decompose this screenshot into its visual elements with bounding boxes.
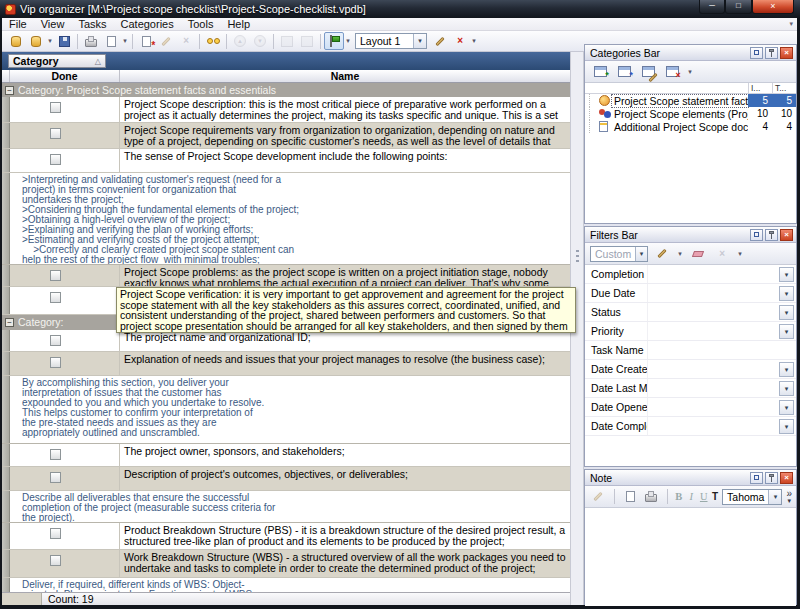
filter-value[interactable] xyxy=(647,284,779,302)
done-checkbox[interactable] xyxy=(50,472,61,483)
category-label[interactable]: Project Scope elements (Project Scope ba… xyxy=(612,108,748,120)
filter-value[interactable] xyxy=(647,322,779,340)
done-checkbox[interactable] xyxy=(50,335,61,346)
layouts-overflow-icon[interactable]: ▾ xyxy=(470,37,478,45)
filter-dropdown-icon[interactable]: ▾ xyxy=(779,400,794,415)
menu-categories[interactable]: Categories xyxy=(114,18,181,31)
task-row[interactable]: The project owner, sponsors, and stakeho… xyxy=(2,444,570,467)
task-row[interactable]: Project Scope problems: as the project s… xyxy=(2,265,570,287)
italic-button[interactable]: I xyxy=(687,491,695,502)
delete-task-button[interactable]: × xyxy=(176,32,196,50)
done-cell[interactable] xyxy=(10,523,120,549)
panel-maximize-button[interactable] xyxy=(750,229,763,241)
delete-layout-button[interactable]: × xyxy=(450,32,470,50)
minimize-button[interactable]: ─ xyxy=(699,0,725,14)
task-name-cell[interactable]: Product Breakdown Structure (PBS) - it i… xyxy=(120,523,570,549)
menu-tools[interactable]: Tools xyxy=(181,18,221,31)
done-cell[interactable] xyxy=(10,149,120,172)
filter-value[interactable] xyxy=(647,360,779,378)
complete-task-button[interactable] xyxy=(277,32,297,50)
category-label[interactable]: Additional Project Scope documentation (… xyxy=(612,121,748,133)
done-column-header[interactable]: Done xyxy=(10,70,120,82)
filter-row[interactable]: Date Created ▾ xyxy=(585,360,796,379)
filter-dropdown-icon[interactable]: ▾ xyxy=(779,324,794,339)
filter-value[interactable] xyxy=(647,341,796,359)
delete-category-button[interactable]: × xyxy=(662,63,682,81)
underline-button[interactable]: U xyxy=(699,491,707,502)
panel-pin-button[interactable] xyxy=(765,472,778,484)
task-note-row[interactable]: Describe all deliverables that ensure th… xyxy=(2,491,570,523)
task-row[interactable]: Explanation of needs and issues that you… xyxy=(2,352,570,376)
filter-value[interactable] xyxy=(647,379,779,397)
edit-category-button[interactable] xyxy=(638,63,658,81)
note-editor[interactable] xyxy=(585,508,796,606)
task-row[interactable]: The sense of Project Scope development i… xyxy=(2,149,570,173)
apply-filter-button[interactable] xyxy=(652,245,672,263)
categories-toolbar-overflow-icon[interactable]: ▾ xyxy=(686,68,694,76)
collapse-icon[interactable]: − xyxy=(5,86,14,95)
panel-maximize-button[interactable] xyxy=(750,47,763,59)
task-row[interactable]: Work Breakdown Structure (WBS) - a struc… xyxy=(2,550,570,578)
task-row[interactable]: Project Scope description: this is the m… xyxy=(2,97,570,123)
print-note-button[interactable] xyxy=(622,488,639,506)
add-category-button[interactable]: * xyxy=(590,63,610,81)
category-item[interactable]: Project Scope statement facts and essent… xyxy=(585,94,796,107)
menubar-options-icon[interactable]: ▾ xyxy=(789,20,793,28)
clear-filter-button[interactable] xyxy=(688,245,708,263)
edit-layout-button[interactable] xyxy=(430,32,450,50)
done-checkbox[interactable] xyxy=(50,270,61,281)
filters-toolbar-overflow-icon[interactable]: ▾ xyxy=(736,250,744,258)
done-checkbox[interactable] xyxy=(50,102,61,113)
panel-pin-button[interactable] xyxy=(765,229,778,241)
category-label[interactable]: Project Scope statement facts and essent… xyxy=(612,95,748,107)
done-cell[interactable] xyxy=(10,550,120,577)
category-item[interactable]: Additional Project Scope documentation (… xyxy=(585,120,796,133)
filter-value[interactable] xyxy=(647,417,779,435)
filter-row[interactable]: Date Completed ▾ xyxy=(585,417,796,436)
edit-task-button[interactable] xyxy=(156,32,176,50)
menu-file[interactable]: File xyxy=(2,18,34,31)
print-preview-button[interactable] xyxy=(101,32,121,50)
filter-value[interactable] xyxy=(647,303,779,321)
layout-combo-arrow-icon[interactable]: ▾ xyxy=(413,34,426,48)
panel-maximize-button[interactable] xyxy=(750,472,763,484)
filter-row[interactable]: Task Name xyxy=(585,341,796,360)
task-name-cell[interactable]: The sense of Project Scope development i… xyxy=(120,149,570,172)
count-column-1-header[interactable]: I... xyxy=(748,83,772,93)
filter-dropdown-icon[interactable]: ▾ xyxy=(779,267,794,282)
task-note-row[interactable]: >Interpreting and validating customer's … xyxy=(2,173,570,265)
uncomplete-task-button[interactable] xyxy=(297,32,317,50)
menu-view[interactable]: View xyxy=(34,18,72,31)
done-cell[interactable] xyxy=(10,97,120,122)
task-name-cell[interactable]: Project Scope problems: as the project s… xyxy=(120,265,570,286)
name-column-header[interactable]: Name xyxy=(120,70,570,82)
task-name-cell[interactable]: Work Breakdown Structure (WBS) - a struc… xyxy=(120,550,570,577)
filter-value[interactable] xyxy=(647,265,779,283)
task-name-cell[interactable]: The project name and organizational ID; xyxy=(120,330,570,351)
filter-row[interactable]: Due Date ▾ xyxy=(585,284,796,303)
done-checkbox[interactable] xyxy=(50,528,61,539)
filter-dropdown-icon[interactable]: ▾ xyxy=(779,419,794,434)
task-row[interactable]: Description of project's outcomes, objec… xyxy=(2,467,570,491)
done-cell[interactable] xyxy=(10,330,120,351)
done-cell[interactable] xyxy=(10,467,120,490)
menu-tasks[interactable]: Tasks xyxy=(71,18,113,31)
filter-row[interactable]: Date Last Modifie ▾ xyxy=(585,379,796,398)
panel-pin-button[interactable] xyxy=(765,47,778,59)
group-by-category-button[interactable]: Category △ xyxy=(8,54,106,68)
menu-help[interactable]: Help xyxy=(220,18,257,31)
panel-close-button[interactable]: × xyxy=(780,47,793,59)
save-note-button[interactable] xyxy=(590,488,607,506)
layout-flag-button[interactable] xyxy=(324,32,344,50)
print-button[interactable] xyxy=(81,32,101,50)
task-row[interactable]: Product Breakdown Structure (PBS) - it i… xyxy=(2,523,570,550)
filter-row[interactable]: Date Opened ▾ xyxy=(585,398,796,417)
print-dropdown-icon[interactable]: ▾ xyxy=(121,37,129,45)
done-checkbox[interactable] xyxy=(50,154,61,165)
task-name-cell[interactable]: Description of project's outcomes, objec… xyxy=(120,467,570,490)
new-database-button[interactable] xyxy=(6,32,26,50)
done-cell[interactable] xyxy=(10,352,120,375)
font-family-combo[interactable]: Tahoma ▾ xyxy=(722,489,782,505)
count-column-2-header[interactable]: T... xyxy=(772,83,796,93)
note-toolbar-overflow-icon[interactable]: » ▾ xyxy=(786,490,792,504)
